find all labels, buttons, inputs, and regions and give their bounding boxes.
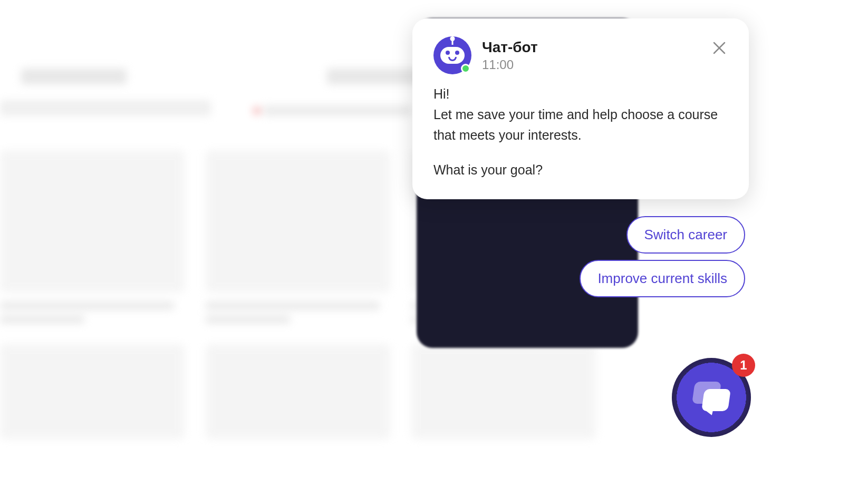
chat-message-line: What is your goal? xyxy=(433,160,728,180)
quick-reply-improve-skills[interactable]: Improve current skills xyxy=(580,260,745,297)
chat-timestamp: 11:00 xyxy=(482,57,711,72)
quick-replies: Switch career Improve current skills xyxy=(580,216,745,297)
chat-popup: Чат-бот 11:00 Hi! Let me save your time … xyxy=(412,18,749,199)
close-icon xyxy=(712,41,726,55)
chat-header: Чат-бот 11:00 xyxy=(433,36,728,74)
chat-message-line: Hi! xyxy=(433,84,728,104)
bot-avatar xyxy=(433,36,471,74)
quick-reply-switch-career[interactable]: Switch career xyxy=(626,216,746,254)
close-button[interactable] xyxy=(711,40,728,56)
chat-launcher-button[interactable]: 1 xyxy=(672,358,751,437)
chat-bot-name: Чат-бот xyxy=(482,38,711,56)
notification-badge: 1 xyxy=(732,354,755,377)
chat-message-line: Let me save your time and help choose a … xyxy=(433,104,728,145)
chat-icon xyxy=(693,382,729,413)
chat-message: Hi! Let me save your time and help choos… xyxy=(433,84,728,180)
online-indicator-icon xyxy=(461,64,470,73)
